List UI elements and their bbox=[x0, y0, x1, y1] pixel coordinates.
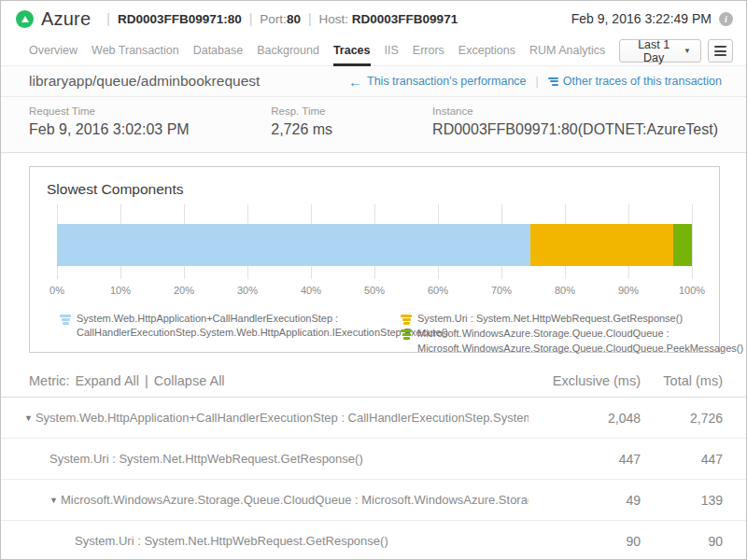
expand-all-link[interactable]: Expand All bbox=[76, 373, 140, 388]
tab-overview[interactable]: Overview bbox=[29, 36, 78, 66]
metric-cell: System.Uri : System.Net.HttpWebRequest.G… bbox=[1, 452, 529, 466]
tab-background[interactable]: Background bbox=[257, 36, 319, 66]
bar-segment-execute[interactable] bbox=[57, 224, 530, 266]
legend-bars-icon-yellow bbox=[401, 315, 412, 325]
collapse-caret-icon[interactable]: ▼ bbox=[49, 496, 58, 505]
transaction-name: libraryapp/queue/adminbookrequest bbox=[29, 73, 260, 90]
trace-list-icon bbox=[548, 77, 558, 86]
instance-id-value: RD0003FFB09971:80 bbox=[118, 12, 242, 26]
stacked-bar-chart bbox=[57, 204, 692, 279]
legend-bars-icon-blue bbox=[60, 315, 71, 325]
trace-summary: Request Time Feb 9, 2016 3:02:03 PM Resp… bbox=[1, 97, 746, 153]
tab-database[interactable]: Database bbox=[193, 36, 244, 66]
link-other-traces-label: Other traces of this transaction bbox=[563, 75, 722, 88]
port-label: Port: bbox=[260, 12, 287, 26]
transaction-header: libraryapp/queue/adminbookrequest ← This… bbox=[1, 66, 746, 97]
info-icon[interactable]: i bbox=[719, 12, 733, 26]
metric-cell: ▼ Microsoft.WindowsAzure.Storage.Queue.C… bbox=[1, 493, 529, 507]
app-title: Azure bbox=[41, 8, 91, 30]
chart-title: Slowest Components bbox=[30, 167, 719, 198]
time-range-label: Last 1 Day bbox=[629, 38, 678, 64]
axis-tick: 80% bbox=[555, 285, 575, 296]
bar-segment-getresponse[interactable] bbox=[530, 224, 673, 266]
legend-label: Microsoft.WindowsAzure.Storage.Queue.Clo… bbox=[417, 327, 743, 356]
exclusive-ms: 447 bbox=[529, 452, 641, 467]
arrow-left-icon: ← bbox=[348, 74, 362, 90]
axis-tick: 40% bbox=[301, 285, 321, 296]
metric-cell: ▼ System.Web.HttpApplication+CallHandler… bbox=[1, 411, 529, 425]
new-relic-logo-icon bbox=[16, 10, 34, 28]
port-value: 80 bbox=[287, 12, 301, 26]
axis-tick: 60% bbox=[428, 285, 448, 296]
metric-label: Metric: bbox=[29, 373, 70, 388]
link-transaction-performance[interactable]: ← This transaction's performance bbox=[348, 74, 527, 90]
transaction-links: ← This transaction's performance | Other… bbox=[348, 74, 722, 90]
metric-name: Microsoft.WindowsAzure.Storage.Queue.Clo… bbox=[61, 493, 529, 507]
time-range-dropdown[interactable]: Last 1 Day ▼ bbox=[619, 39, 701, 63]
slowest-components-panel: Slowest Components 0% 10% 20% 30% 40% bbox=[29, 166, 720, 353]
metric-name: System.Uri : System.Net.HttpWebRequest.G… bbox=[49, 452, 363, 466]
table-row[interactable]: System.Uri : System.Net.HttpWebRequest.G… bbox=[1, 521, 746, 560]
legend-item-execute: System.Web.HttpApplication+CallHandlerEx… bbox=[60, 312, 391, 356]
legend-item-getresponse: System.Uri : System.Net.HttpWebRequest.G… bbox=[401, 312, 709, 326]
resp-time-value: 2,726 ms bbox=[271, 121, 432, 138]
exclusive-ms: 90 bbox=[529, 534, 641, 549]
collapse-all-link[interactable]: Collapse All bbox=[154, 373, 225, 388]
app-header: Azure | RD0003FFB09971:80 | Port:80 | Ho… bbox=[1, 1, 746, 36]
chart-legend: System.Web.HttpApplication+CallHandlerEx… bbox=[60, 312, 719, 356]
hamburger-menu-button[interactable] bbox=[708, 39, 733, 63]
tab-iis[interactable]: IIS bbox=[385, 36, 399, 66]
bar-segment-peekmessages[interactable] bbox=[673, 224, 692, 266]
total-ms: 139 bbox=[641, 493, 723, 508]
nav-actions: Last 1 Day ▼ bbox=[619, 39, 733, 63]
separator: | bbox=[106, 11, 110, 26]
metric-name: System.Uri : System.Net.HttpWebRequest.G… bbox=[75, 534, 388, 548]
instance-id: RD0003FFB09971:80 bbox=[118, 12, 242, 26]
table-row[interactable]: ▼ Microsoft.WindowsAzure.Storage.Queue.C… bbox=[1, 480, 746, 521]
total-ms: 90 bbox=[641, 534, 723, 549]
resp-time-block: Resp. Time 2,726 ms bbox=[271, 105, 432, 152]
request-time-block: Request Time Feb 9, 2016 3:02:03 PM bbox=[29, 105, 271, 152]
axis-tick: 10% bbox=[110, 285, 131, 296]
legend-item-peekmessages: Microsoft.WindowsAzure.Storage.Queue.Clo… bbox=[401, 327, 709, 356]
gridline bbox=[692, 204, 693, 279]
axis-tick: 100% bbox=[679, 285, 705, 296]
resp-time-label: Resp. Time bbox=[271, 105, 432, 117]
request-time-value: Feb 9, 2016 3:02:03 PM bbox=[29, 121, 271, 138]
port-info: Port:80 bbox=[260, 12, 301, 26]
tab-traces[interactable]: Traces bbox=[333, 36, 371, 66]
x-axis: 0% 10% 20% 30% 40% 50% 60% 70% 80% 90% 1… bbox=[57, 285, 692, 300]
tab-errors[interactable]: Errors bbox=[413, 36, 444, 66]
host-value: RD0003FFB09971 bbox=[352, 12, 458, 26]
tab-web-transaction[interactable]: Web Transaction bbox=[92, 36, 179, 66]
legend-label: System.Web.HttpApplication+CallHandlerEx… bbox=[77, 312, 448, 341]
instance-value: RD0003FFB09971:80(DOTNET:AzureTest) bbox=[432, 121, 718, 138]
link-other-traces[interactable]: Other traces of this transaction bbox=[548, 75, 722, 88]
axis-tick: 20% bbox=[174, 285, 194, 296]
table-row[interactable]: ▼ System.Web.HttpApplication+CallHandler… bbox=[1, 398, 746, 439]
stacked-bar bbox=[57, 224, 692, 266]
header-right: Feb 9, 2016 3:22:49 PM i bbox=[571, 11, 733, 26]
metric-name: System.Web.HttpApplication+CallHandlerEx… bbox=[35, 411, 529, 425]
total-ms: 447 bbox=[641, 452, 723, 467]
collapse-caret-icon[interactable]: ▼ bbox=[24, 413, 33, 423]
separator: | bbox=[249, 11, 253, 26]
host-label: Host: bbox=[319, 12, 349, 26]
exclusive-ms: 2,048 bbox=[529, 411, 641, 426]
metric-cell: System.Uri : System.Net.HttpWebRequest.G… bbox=[1, 534, 529, 548]
axis-tick: 50% bbox=[364, 285, 385, 296]
exclusive-ms: 49 bbox=[529, 493, 641, 508]
divider: | bbox=[536, 75, 539, 88]
link-transaction-performance-label: This transaction's performance bbox=[367, 75, 527, 88]
divider: | bbox=[145, 373, 148, 388]
table-row[interactable]: System.Uri : System.Net.HttpWebRequest.G… bbox=[1, 439, 746, 480]
tab-rum-analytics[interactable]: RUM Analytics bbox=[529, 36, 605, 66]
column-headers: Exclusive (ms) Total (ms) bbox=[529, 373, 723, 388]
host-info: Host: RD0003FFB09971 bbox=[319, 12, 458, 26]
legend-label: System.Uri : System.Net.HttpWebRequest.G… bbox=[417, 312, 683, 326]
tab-exceptions[interactable]: Exceptions bbox=[458, 36, 515, 66]
request-time-label: Request Time bbox=[29, 105, 271, 117]
legend-right-column: System.Uri : System.Net.HttpWebRequest.G… bbox=[401, 312, 709, 356]
axis-tick: 90% bbox=[618, 285, 639, 296]
col-header-exclusive: Exclusive (ms) bbox=[529, 373, 641, 388]
